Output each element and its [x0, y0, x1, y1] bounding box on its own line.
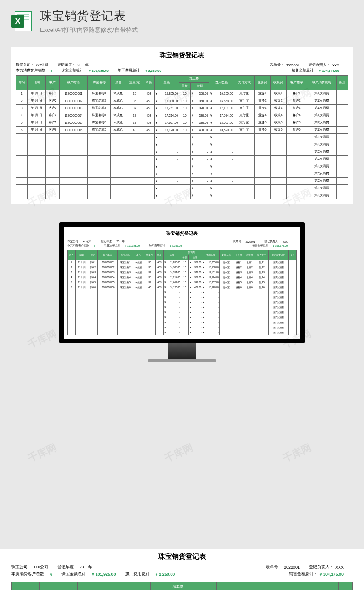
page-title: 珠宝销货登记表 [40, 8, 353, 24]
excel-file-icon: X [11, 10, 33, 32]
table-row: 6年 月 日客户613800000006 珠宝名称6xx成色40453 ¥18,… [68, 285, 297, 290]
preview-card-flat: 珠宝销货登记表 珠宝公司：xxx公司 登记年度：20 年 表单号：2022001… [11, 47, 353, 204]
watermark: 千库网 [26, 327, 59, 352]
table-row-empty: ¥- ¥- ¥- 第0次消费 [68, 315, 297, 320]
table-row-empty: ¥- ¥- ¥- 第0次消费 [68, 325, 297, 330]
page-header: X 珠宝销货登记表 Excel/A4打印/内容随意修改/自带格式 [0, 0, 364, 42]
table-row: 4年 月 日客户413800000004 珠宝名称4xx成色38453 ¥17,… [16, 112, 348, 119]
meta-row-2: 本页消费客户总数：6 珠宝金额总计：¥ 101,925.00 加工费用总计：¥ … [11, 571, 353, 577]
page-subtitle: Excel/A4打印/内容随意修改/自带格式 [40, 26, 353, 34]
table-row-empty: ¥- ¥- ¥- 第0次消费 [68, 295, 297, 300]
table-row: 2年 月 日客户213800000002 珠宝名称2xx成色36453 ¥16,… [68, 265, 297, 270]
meta-row-1: 珠宝公司：xxx公司 登记年度：20 年 表单号：2022001 登记负责人：X… [11, 564, 353, 571]
sales-table-bottom: 序号日期客户 客户电话珠宝名称成色 重量/克单价金额 加工费费用总额 支付方式业… [11, 582, 353, 590]
watermark: 千库网 [162, 440, 195, 465]
table-row-empty: ¥- ¥- ¥- 第0次消费 [68, 300, 297, 305]
watermark: 千库网 [281, 440, 313, 465]
table-row: 6年 月 日客户613800000006 珠宝名称6xx成色40453 ¥18,… [16, 127, 348, 134]
table-row-empty: ¥- ¥- ¥- 第0次消费 [16, 148, 348, 156]
table-row-empty: ¥- ¥- ¥- 第0次消费 [16, 156, 348, 163]
excel-x-badge: X [11, 15, 24, 28]
meta-row-2: 本页消费客户总数：6 珠宝金额总计：¥ 101,925.00 加工费用总计：¥ … [67, 244, 297, 248]
meta-row-1: 珠宝公司：xxx公司 登记年度：20 年 表单号：2022001 登记负责人：X… [67, 240, 297, 244]
table-row: 3年 月 日客户313800000003 珠宝名称3xx成色37453 ¥16,… [16, 105, 348, 112]
table-row-empty: ¥- ¥- ¥- 第0次消费 [68, 320, 297, 325]
table-row-empty: ¥- ¥- ¥- 第0次消费 [16, 185, 348, 192]
table-row-empty: ¥- ¥- ¥- 第0次消费 [68, 290, 297, 295]
table-row: 5年 月 日客户513800000005 珠宝名称5xx成色39453 ¥17,… [68, 280, 297, 285]
table-row-empty: ¥- ¥- ¥- 第0次消费 [16, 163, 348, 170]
table-row-empty: ¥- ¥- ¥- 第0次消费 [16, 134, 348, 141]
table-row: 3年 月 日客户313800000003 珠宝名称3xx成色37453 ¥16,… [68, 270, 297, 275]
meta-row-2: 本页消费客户总数：6 珠宝金额总计：¥ 101,925.00 加工费用总计：¥ … [16, 68, 348, 73]
meta-row-1: 珠宝公司：xxx公司 登记年度：20 年 表单号：2022001 登记负责人：X… [16, 62, 348, 68]
table-row-empty: ¥- ¥- ¥- 第0次消费 [68, 330, 297, 335]
table-row: 1年 月 日客户113800000001 珠宝名称1xx成色35453 ¥15,… [68, 260, 297, 265]
table-row-empty: ¥- ¥- ¥- 第0次消费 [68, 305, 297, 310]
sheet-title: 珠宝销货登记表 [16, 51, 348, 60]
table-row-empty: ¥- ¥- ¥- 第0次消费 [16, 192, 348, 199]
table-row: 2年 月 日客户213800000002 珠宝名称2xx成色36453 ¥16,… [16, 97, 348, 105]
watermark: 千库网 [26, 440, 59, 465]
table-row-empty: ¥- ¥- ¥- 第0次消费 [68, 310, 297, 315]
sheet-title-monitor: 珠宝销货登记表 [67, 230, 297, 237]
preview-bottom-crop: 珠宝销货登记表 珠宝公司：xxx公司 登记年度：20 年 表单号：2022001… [0, 549, 364, 592]
sales-table-monitor: 序号日期客户 客户电话珠宝名称成色 重量/克单价金额 加工费费用总额 支付方式业… [67, 250, 297, 335]
monitor-mockup: 珠宝销货登记表 珠宝公司：xxx公司 登记年度：20 年 表单号：2022001… [59, 222, 305, 362]
table-row-empty: ¥- ¥- ¥- 第0次消费 [16, 178, 348, 185]
table-row: 1年 月 日客户113800000001 珠宝名称1xx成色35453 ¥15,… [16, 90, 348, 97]
sales-table: 序号日期客户 客户电话珠宝名称成色 重量/克单价金额 加工费费用总额 支付方式业… [16, 75, 348, 199]
table-row: 4年 月 日客户413800000004 珠宝名称4xx成色38453 ¥17,… [68, 275, 297, 280]
table-row-empty: ¥- ¥- ¥- 第0次消费 [16, 141, 348, 148]
table-row-empty: ¥- ¥- ¥- 第0次消费 [16, 170, 348, 178]
table-row: 5年 月 日客户513800000005 珠宝名称5xx成色39453 ¥17,… [16, 119, 348, 127]
sheet-title-bottom: 珠宝销货登记表 [11, 552, 353, 561]
